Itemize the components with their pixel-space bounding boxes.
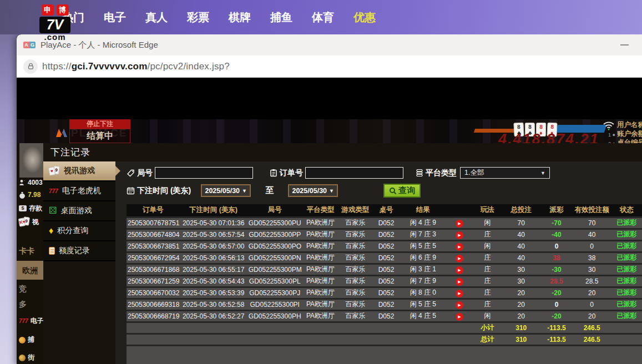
kaka-label: 卡卡 — [19, 246, 34, 256]
cell-platform: PA欧洲厅 — [302, 275, 338, 287]
table-row: 2505300667385102025-05-30 06:57:00GD0522… — [127, 240, 642, 252]
nav-sports[interactable]: 体育 — [312, 10, 334, 25]
replay-button[interactable]: ▶ — [456, 313, 463, 321]
date-from-picker[interactable]: 2025/05/30 ▼ — [201, 184, 251, 197]
cell-time: 2025-05-30 06:54:43 — [180, 275, 247, 287]
cell-play: 庄 — [473, 287, 502, 299]
cell-valid: 20 — [572, 287, 611, 299]
site-logo[interactable]: 申 博 7V .com — [36, 4, 74, 42]
column-header: 下注时间 (美东) — [180, 204, 247, 217]
replay-button[interactable]: ▶ — [456, 231, 463, 239]
account-info: 1 ●2 ● 用户名称 账户余额 桌台编号 — [617, 120, 642, 143]
arcade-label: 街 — [28, 353, 34, 362]
cell-table-no: D052 — [372, 287, 400, 299]
replay-button[interactable]: ▶ — [456, 278, 463, 286]
cell-bet: 20 — [502, 310, 541, 322]
tab-points-query[interactable]: ♦ 积分查询 — [43, 221, 115, 241]
bet-table-wrap: 订单号下注时间 (美东)局号平台类型游戏类型桌号结果玩法总投注派彩有效投注额状态… — [127, 204, 642, 364]
window-titlebar[interactable]: A G PlayAce - 个人 - Microsoft Edge — [17, 34, 642, 55]
money-bag-icon — [19, 191, 26, 199]
bet-records-table: 订单号下注时间 (美东)局号平台类型游戏类型桌号结果玩法总投注派彩有效投注额状态… — [127, 204, 642, 364]
cell-status: 已派彩 — [611, 240, 642, 252]
table-row: 2505300667480402025-05-30 06:57:54GD0522… — [127, 229, 642, 240]
cell-round: GD052255300PM — [247, 264, 302, 275]
arcade-row[interactable]: 街 — [19, 353, 34, 362]
round-number-input[interactable] — [155, 167, 253, 179]
cell-result: 闲 6 庄 9 — [401, 252, 446, 264]
kaka-row[interactable]: 卡卡 — [19, 246, 34, 256]
tab-quota-records[interactable]: 额度记录 — [43, 241, 115, 261]
slot-777-icon: 777 — [49, 188, 58, 194]
cell-total-bet: 310 — [502, 322, 541, 333]
duo-row[interactable]: 多 — [19, 300, 27, 310]
select-caret-icon: ▼ — [540, 170, 545, 176]
cell-replay: ▶ — [446, 275, 473, 287]
url-bar[interactable]: https://gci.7vvvvvv.com/pc/pcv2/index.js… — [17, 55, 642, 78]
logo-square-bo: 博 — [57, 4, 69, 16]
cell-blank — [611, 322, 642, 333]
cell-replay: ▶ — [446, 252, 473, 264]
platform-type-select[interactable]: 1.全部 ▼ — [460, 167, 550, 179]
cell-payout: -30 — [541, 264, 573, 275]
replay-button[interactable]: ▶ — [456, 266, 463, 274]
cell-replay: ▶ — [446, 299, 473, 310]
tab-slot-machines[interactable]: 777 电子老虎机 — [43, 181, 115, 201]
platform-label-text: 平台类型 — [426, 168, 457, 178]
lock-icon[interactable] — [23, 59, 38, 74]
replay-button[interactable]: ▶ — [456, 290, 463, 297]
cell-platform: PA欧洲厅 — [302, 229, 338, 240]
clipboard-icon — [270, 169, 277, 177]
cell-game: 百家乐 — [338, 217, 372, 229]
cell-status: 已派彩 — [611, 264, 642, 275]
date-to-picker[interactable]: 2025/05/30 ▼ — [288, 184, 338, 197]
cell-time: 2025-05-30 06:53:39 — [180, 287, 247, 299]
nav-slots[interactable]: 电子 — [104, 10, 126, 25]
tabs-filler — [43, 261, 115, 364]
jing-label: 竞 — [19, 284, 27, 294]
deposit-row[interactable]: $ 存款 — [19, 204, 42, 213]
nav-lottery[interactable]: 彩票 — [187, 10, 209, 25]
tab-table-games[interactable]: ⚄ 桌面游戏 — [43, 201, 115, 221]
nav-fishing[interactable]: 捕鱼 — [270, 10, 292, 25]
order-number-input[interactable] — [305, 167, 403, 179]
cell-result: 闲 5 庄 5 — [401, 240, 446, 252]
column-header: 玩法 — [473, 204, 502, 217]
nav-live[interactable]: 真人 — [145, 10, 168, 25]
cell-table-no: D052 — [372, 252, 400, 264]
nav-promos[interactable]: 优惠 — [353, 10, 376, 25]
tab-video-games[interactable]: ♥9 视讯游戏 — [43, 161, 115, 181]
slots-row[interactable]: 777 电子 — [19, 316, 43, 326]
europe-hall-row[interactable]: 欧洲 — [17, 261, 43, 280]
table-row: 2505300666871962025-05-30 06:52:27GD0522… — [127, 310, 642, 322]
cell-game: 百家乐 — [338, 264, 372, 275]
table-row: 2505300667125932025-05-30 06:54:43GD0522… — [127, 275, 642, 287]
replay-button[interactable]: ▶ — [456, 301, 463, 309]
modal-tabs: ♥9 视讯游戏 777 电子老虎机 ⚄ 桌面游戏 ♦ 积分查询 — [43, 161, 115, 364]
cell-order: 250530066700327 — [127, 287, 180, 299]
url-text[interactable]: https://gci.7vvvvvv.com/pc/pcv2/index.js… — [42, 61, 230, 72]
cell-bet: 20 — [502, 299, 541, 310]
cell-time: 2025-05-30 06:57:54 — [180, 229, 247, 240]
wifi-icon — [603, 120, 615, 130]
replay-button[interactable]: ▶ — [456, 220, 463, 228]
platform-type-label: 平台类型 — [416, 168, 457, 178]
video-games-row[interactable]: K♥9 视 — [19, 217, 39, 227]
table-row: 2505300767875152025-05-30 07:01:36GD0522… — [127, 217, 642, 229]
logo-7v: 7V — [39, 17, 70, 33]
column-header: 有效投注额 — [572, 204, 611, 217]
cell-total-payout: -113.5 — [541, 333, 573, 345]
replay-button[interactable]: ▶ — [456, 255, 463, 262]
search-button[interactable]: 查询 — [383, 184, 421, 198]
cell-round: GD052255300PP — [247, 229, 302, 240]
tab-label: 桌面游戏 — [61, 206, 92, 216]
fishing-row[interactable]: 捕 — [19, 335, 34, 345]
jing-row[interactable]: 竞 — [19, 284, 27, 294]
table-row: 2505300667186802025-05-30 06:55:17GD0522… — [127, 264, 642, 275]
minimize-button[interactable] — [620, 44, 629, 46]
nav-boardgames[interactable]: 棋牌 — [229, 10, 251, 25]
replay-button[interactable]: ▶ — [456, 243, 463, 251]
diamond-icon: ♦ — [49, 227, 53, 235]
stop-betting-banner: 停止下注 — [69, 119, 130, 129]
cell-game: 百家乐 — [338, 240, 372, 252]
balance-value: 7.98 — [28, 191, 41, 199]
